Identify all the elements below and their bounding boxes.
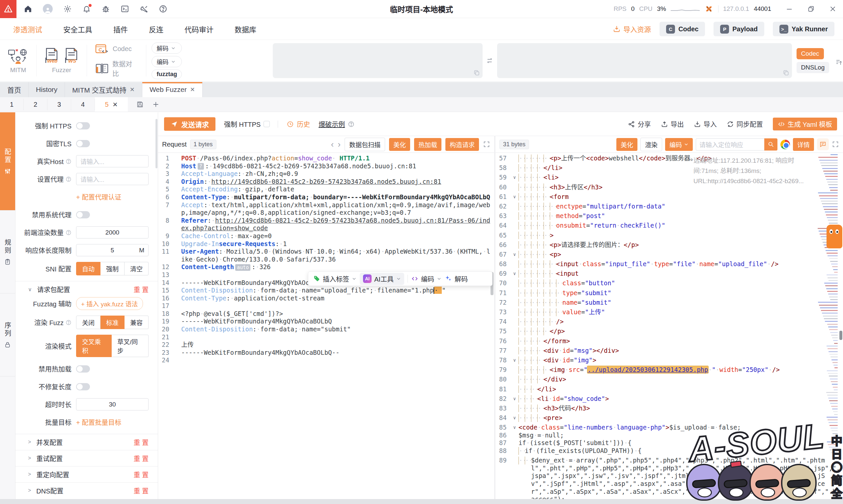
window-minimize-button[interactable] (786, 5, 793, 13)
search-input[interactable]: 请输入定位响应 (696, 138, 764, 150)
detail-button[interactable]: 详情 (793, 138, 814, 151)
send-request-button[interactable]: 发送请求 (164, 117, 215, 131)
force-https-checkbox-row[interactable]: 强制 HTTPS (224, 119, 270, 129)
import-resource-button[interactable]: 导入资源 (613, 24, 651, 34)
fuzzer-group-tab-5[interactable]: 5✕ (95, 97, 128, 112)
menu-item-6[interactable]: 数据库 (235, 24, 256, 34)
settings-gear-icon[interactable] (63, 5, 72, 13)
app-button-payload[interactable]: PPayload (714, 22, 764, 36)
tab-首页[interactable]: 首页 (0, 82, 29, 97)
toggle-强制 HTTPS[interactable] (76, 122, 90, 129)
insert-tag-dropdown[interactable]: 插入标签 (313, 274, 356, 284)
search-button[interactable] (764, 138, 777, 150)
section-arrow-icon[interactable]: > (28, 439, 31, 445)
app-button-yak-runner[interactable]: >_Yak Runner (773, 22, 835, 36)
close-icon[interactable]: ✕ (190, 86, 195, 93)
window-restore-button[interactable] (807, 5, 815, 13)
packet-scan-button[interactable]: 数据包扫描 (345, 138, 385, 151)
engine-status-icon[interactable] (704, 4, 714, 14)
reset-button[interactable]: 重 置 (133, 454, 148, 463)
codec-output-textarea[interactable] (497, 43, 792, 78)
fuzzer-entry[interactable]: Web WS Fuzzer (37, 45, 87, 76)
input-前端渲染数量[interactable]: 2000 (76, 226, 148, 238)
segment-option-兼容[interactable]: 兼容 (125, 316, 148, 329)
toggle-禁用热加载[interactable] (76, 365, 90, 373)
avatar[interactable] (43, 4, 53, 14)
import-button[interactable]: 导入 (694, 119, 717, 129)
construct-request-button[interactable]: 构造请求 (445, 138, 479, 151)
close-icon[interactable]: ✕ (113, 101, 118, 108)
app-button-codec[interactable]: CCodec (660, 22, 705, 36)
config-scrollbar[interactable] (156, 119, 158, 168)
close-icon[interactable]: ✕ (130, 86, 135, 93)
hotload-button[interactable]: 热加载 (414, 138, 442, 151)
toggle-国密TLS[interactable] (76, 140, 90, 147)
history-button[interactable]: 历史 (287, 119, 310, 129)
codec-entry[interactable]: C Codec (95, 43, 138, 54)
section-arrow-icon[interactable]: > (28, 455, 31, 461)
segment-option-关闭[interactable]: 关闭 (76, 316, 101, 329)
next-chevron[interactable]: › (338, 140, 341, 148)
section-DNS配置[interactable]: >DNS配置重 置 (16, 482, 158, 499)
encode-dropdown[interactable]: 编码 (411, 274, 442, 284)
decode-button[interactable]: 解码 (445, 274, 468, 284)
tools-icon[interactable] (140, 5, 148, 13)
segment-option-标准[interactable]: 标准 (101, 316, 125, 329)
button-insert-yakfuzz[interactable]: + 插入 yak.fuzz 语法 (76, 297, 143, 310)
swap-icon[interactable] (486, 57, 494, 65)
tab-mitm-交互式劫持[interactable]: MITM 交互式劫持✕ (65, 82, 142, 97)
notifications-bell-icon[interactable] (82, 5, 91, 13)
tab-history[interactable]: History (29, 82, 65, 97)
toggle-不修复长度[interactable] (76, 383, 90, 390)
segment-option-交叉乘积[interactable]: 交叉乘积 (76, 335, 112, 357)
terminal-icon[interactable] (121, 5, 129, 13)
copy-icon[interactable] (783, 70, 789, 76)
segment-option-强制[interactable]: 强制 (101, 262, 125, 275)
reset-button[interactable]: 重 置 (133, 486, 148, 496)
info-icon[interactable] (66, 176, 71, 182)
fuzzer-group-tab-2[interactable]: 2 (24, 99, 48, 110)
request-editor[interactable]: 1POST·/Pass-06/index.php?action=show_cod… (158, 153, 494, 499)
fuzzer-group-tab-4[interactable]: 4 (71, 99, 95, 110)
input-真实Host[interactable]: 请输入... (76, 155, 148, 167)
prev-chevron[interactable]: ‹ (331, 140, 334, 148)
section-arrow-icon[interactable]: ∨ (28, 286, 32, 292)
side-tab-规则[interactable]: 规则 (0, 211, 15, 293)
beautify-button[interactable]: 美化 (389, 138, 410, 151)
reset-button[interactable]: 重 置 (133, 470, 148, 479)
segment-option-草叉/同步[interactable]: 草叉/同步 (112, 335, 148, 357)
copy-icon[interactable] (473, 70, 480, 76)
help-icon[interactable] (159, 5, 167, 13)
link-配置批量目标[interactable]: + 配置批量目标 (76, 417, 121, 427)
window-close-button[interactable] (829, 5, 837, 13)
websocket-fuzzer-icon[interactable]: WS (64, 48, 79, 65)
link-配置代理认证[interactable]: + 配置代理认证 (76, 192, 121, 202)
response-scrollbar[interactable] (839, 331, 842, 340)
toggle-禁用系统代理[interactable] (76, 211, 90, 218)
section-重定向配置[interactable]: >重定向配置重 置 (16, 466, 158, 482)
menu-item-2[interactable]: 安全工具 (63, 24, 92, 34)
data-compare-entry[interactable]: 数据对比 (95, 59, 138, 78)
side-tab-序列[interactable]: 序列 (0, 293, 15, 377)
export-button[interactable]: 导出 (661, 119, 684, 129)
web-fuzzer-icon[interactable]: Web (44, 48, 59, 65)
sort-list-icon[interactable] (835, 58, 843, 66)
mitm-entry[interactable]: MITM (0, 45, 37, 76)
open-in-chrome-icon[interactable] (781, 140, 790, 149)
decode-dropdown[interactable]: 解码 (151, 42, 182, 54)
add-group-icon[interactable] (152, 101, 159, 108)
input-设置代理[interactable]: 请输入... (76, 173, 148, 185)
response-editor[interactable]: 57··········<p>上传一个<code>webshell</code>… (496, 153, 843, 499)
info-icon[interactable] (66, 230, 71, 236)
bug-icon[interactable] (102, 5, 110, 13)
reset-button[interactable]: 重 置 (133, 285, 148, 294)
codec-tab[interactable]: Codec (796, 48, 824, 59)
segment-option-自动[interactable]: 自动 (76, 262, 101, 275)
input-响应体长度限制[interactable]: 5M (76, 244, 148, 256)
info-icon[interactable] (66, 159, 71, 164)
annotation-icon[interactable] (817, 138, 829, 150)
info-icon[interactable] (66, 320, 71, 325)
ai-tools-dropdown[interactable]: AI AI工具 (360, 273, 404, 285)
sync-config-button[interactable]: 同步配置 (727, 119, 763, 129)
locate-response-search[interactable]: 请输入定位响应 (696, 138, 777, 150)
